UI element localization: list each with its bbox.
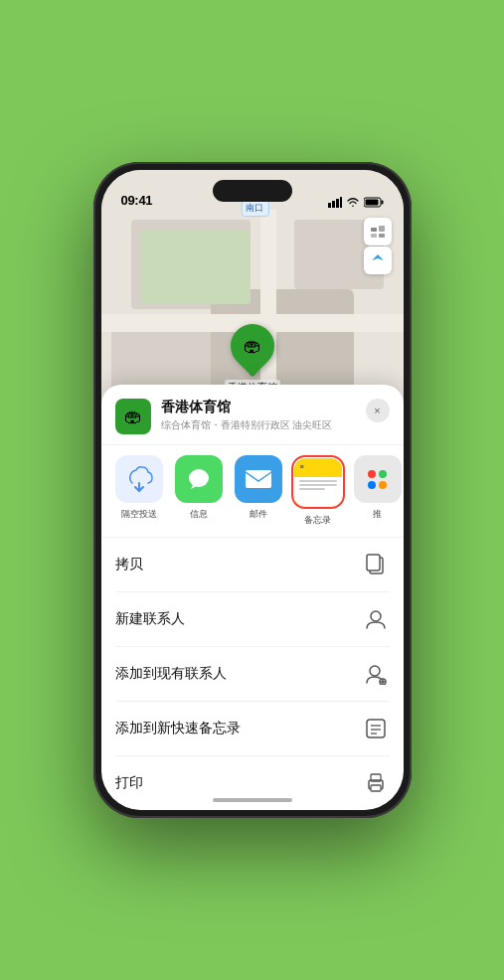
marker-pin: 🏟 xyxy=(221,315,282,377)
more-icon-bg xyxy=(354,455,402,503)
share-item-airdrop[interactable]: 隔空投送 xyxy=(109,455,169,527)
signal-icon xyxy=(328,197,342,208)
battery-icon xyxy=(364,197,384,208)
svg-rect-10 xyxy=(379,234,385,238)
status-time: 09:41 xyxy=(121,193,153,208)
stadium-icon: 🏟 xyxy=(244,336,261,357)
svg-rect-2 xyxy=(336,199,339,208)
svg-rect-12 xyxy=(246,470,271,488)
new-contact-label: 新建联系人 xyxy=(115,610,185,628)
add-notes-svg-icon xyxy=(365,718,387,739)
dynamic-island xyxy=(213,180,292,202)
add-existing-label: 添加到现有联系人 xyxy=(115,665,227,683)
dot-yellow xyxy=(379,481,387,489)
action-add-notes[interactable]: 添加到新快速备忘录 xyxy=(115,702,390,756)
share-row: 隔空投送 信息 xyxy=(101,445,404,538)
svg-rect-26 xyxy=(371,785,381,791)
close-button[interactable]: × xyxy=(366,399,390,422)
new-contact-svg-icon xyxy=(365,608,387,630)
svg-rect-3 xyxy=(340,197,342,208)
mail-label: 邮件 xyxy=(250,508,267,521)
new-contact-icon xyxy=(362,605,390,633)
notes-icon-bg: ≡ xyxy=(294,458,342,506)
add-notes-label: 添加到新快速备忘录 xyxy=(115,720,241,737)
add-existing-icon xyxy=(362,660,390,688)
share-item-more[interactable]: 推 xyxy=(348,455,404,527)
location-button[interactable] xyxy=(364,246,392,274)
svg-rect-6 xyxy=(365,200,378,206)
venue-icon: 🏟 xyxy=(115,399,151,434)
notes-label: 备忘录 xyxy=(304,514,331,527)
svg-point-11 xyxy=(189,469,209,487)
venue-info: 香港体育馆 综合体育馆・香港特别行政区 油尖旺区 xyxy=(161,399,356,432)
airdrop-icon xyxy=(125,465,153,493)
copy-svg-icon xyxy=(366,554,386,575)
more-dots-grid xyxy=(364,466,391,493)
phone-screen: 09:41 xyxy=(101,170,404,810)
action-new-contact[interactable]: 新建联系人 xyxy=(115,592,390,647)
wifi-icon xyxy=(346,197,360,208)
messages-icon xyxy=(185,465,213,493)
share-item-notes[interactable]: ≡ 备忘录 xyxy=(288,455,348,527)
svg-point-15 xyxy=(371,611,381,621)
notes-highlight-border: ≡ xyxy=(291,455,345,509)
map-type-button[interactable] xyxy=(364,218,392,245)
airdrop-icon-bg xyxy=(115,455,163,503)
copy-label: 拷贝 xyxy=(115,556,143,573)
share-item-messages[interactable]: 信息 xyxy=(169,455,229,527)
more-label: 推 xyxy=(373,508,382,521)
dot-red xyxy=(368,470,376,478)
action-list: 拷贝 新建联系人 xyxy=(101,538,404,810)
print-label: 打印 xyxy=(115,774,143,792)
action-add-existing[interactable]: 添加到现有联系人 xyxy=(115,647,390,702)
add-existing-svg-icon xyxy=(365,663,387,685)
map-controls xyxy=(364,218,392,274)
venue-name: 香港体育馆 xyxy=(161,399,356,416)
svg-rect-7 xyxy=(371,228,377,232)
add-notes-icon xyxy=(362,715,390,742)
svg-rect-1 xyxy=(332,201,335,208)
print-icon xyxy=(362,769,390,797)
mail-icon-bg xyxy=(235,455,282,503)
mail-icon xyxy=(244,467,273,491)
bottom-sheet: 🏟 香港体育馆 综合体育馆・香港特别行政区 油尖旺区 × xyxy=(101,385,404,810)
map-green-area xyxy=(141,230,251,304)
airdrop-label: 隔空投送 xyxy=(121,508,157,521)
copy-icon xyxy=(362,551,390,578)
dot-green xyxy=(379,470,387,478)
svg-rect-9 xyxy=(371,234,377,238)
map-type-icon xyxy=(370,224,386,240)
dot-blue xyxy=(368,481,376,489)
messages-label: 信息 xyxy=(190,508,208,521)
location-arrow-icon xyxy=(371,253,385,267)
svg-rect-14 xyxy=(367,555,380,571)
svg-rect-0 xyxy=(328,203,331,208)
venue-header: 🏟 香港体育馆 综合体育馆・香港特别行政区 油尖旺区 × xyxy=(101,385,404,445)
svg-rect-8 xyxy=(379,226,385,232)
svg-rect-5 xyxy=(381,201,383,205)
action-copy[interactable]: 拷贝 xyxy=(115,538,390,592)
status-icons xyxy=(328,197,384,208)
home-indicator xyxy=(213,798,292,802)
venue-subtitle: 综合体育馆・香港特别行政区 油尖旺区 xyxy=(161,418,356,432)
share-item-mail[interactable]: 邮件 xyxy=(229,455,288,527)
phone-frame: 09:41 xyxy=(93,162,412,818)
messages-icon-bg xyxy=(175,455,223,503)
svg-point-16 xyxy=(370,666,380,676)
print-svg-icon xyxy=(365,773,387,793)
svg-rect-20 xyxy=(367,720,385,737)
